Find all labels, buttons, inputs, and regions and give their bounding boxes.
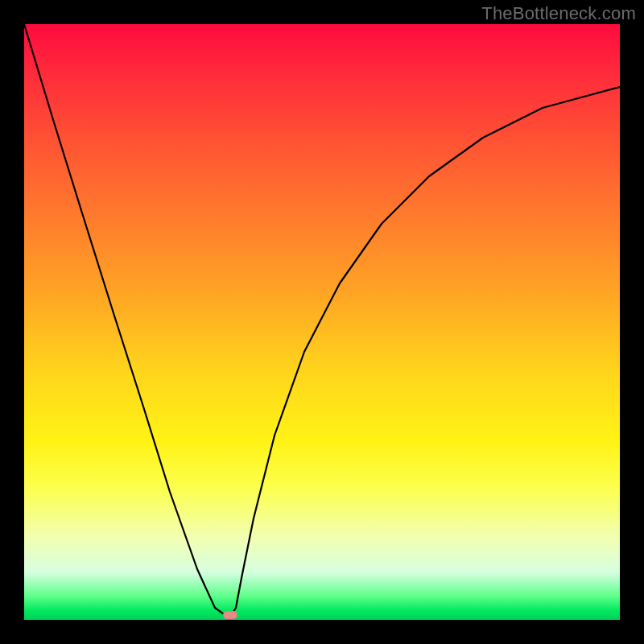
watermark-text: TheBottleneck.com	[481, 3, 636, 24]
bottleneck-curve	[24, 24, 620, 620]
chart-frame: TheBottleneck.com	[0, 0, 644, 644]
optimum-marker	[223, 611, 237, 619]
curve-path	[24, 24, 620, 618]
plot-area	[24, 24, 620, 620]
